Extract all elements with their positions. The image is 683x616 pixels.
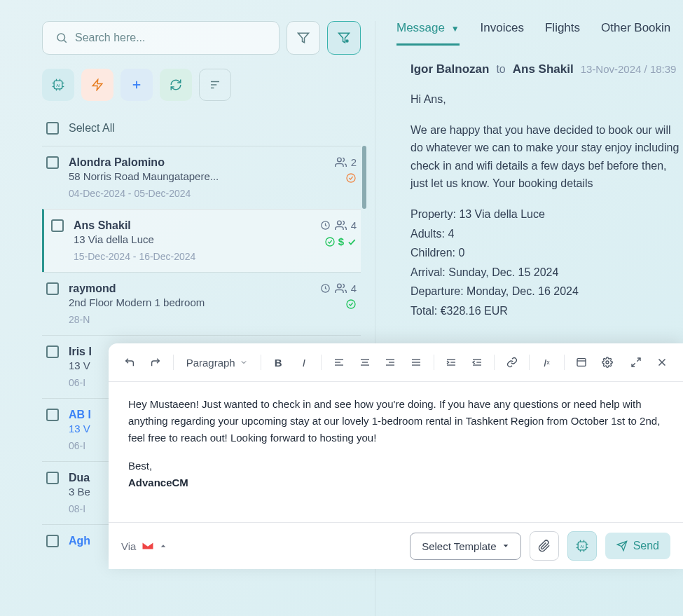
close-composer-button[interactable] — [650, 350, 673, 374]
align-right-button[interactable] — [379, 350, 402, 374]
svg-marker-15 — [92, 80, 102, 90]
ai-compose-button[interactable]: AI — [567, 531, 597, 561]
row-dates: 28-N — [69, 314, 310, 325]
svg-point-25 — [326, 238, 334, 246]
svg-rect-47 — [577, 359, 586, 367]
sort-tool-button[interactable] — [199, 69, 231, 101]
add-tool-button[interactable] — [120, 69, 153, 101]
caret-up-icon — [160, 542, 167, 549]
message-from: Igor Balnozan — [411, 62, 489, 76]
indent-button[interactable] — [440, 350, 463, 374]
list-item[interactable]: Ans Shakil 13 Via della Luce 15-Dec-2024… — [42, 209, 361, 272]
undo-button[interactable] — [118, 350, 142, 374]
clear-format-button[interactable]: Ix — [535, 350, 558, 374]
paperclip-icon — [538, 540, 551, 552]
sort-icon — [209, 78, 221, 91]
tab-message[interactable]: Message ▼ — [396, 21, 460, 46]
plus-icon — [130, 78, 143, 91]
row-checkbox[interactable] — [46, 472, 59, 484]
format-select[interactable]: Paragraph — [179, 353, 255, 373]
italic-button[interactable]: I — [292, 350, 315, 374]
expand-icon — [630, 357, 642, 368]
composer-text: Hey Mustaeen! Just wanted to check in an… — [128, 396, 663, 446]
list-item[interactable]: Alondra Palomino 58 Norris Road Maungata… — [42, 146, 361, 209]
caret-down-icon: ▼ — [451, 24, 460, 34]
svg-marker-2 — [298, 33, 309, 43]
row-checkbox[interactable] — [46, 282, 59, 295]
check-circle-icon — [345, 299, 357, 310]
tabs: Message ▼InvoicesFlightsOther Bookin — [396, 21, 683, 46]
funnel-icon — [297, 32, 310, 44]
svg-point-21 — [337, 158, 341, 162]
send-button[interactable]: Send — [605, 533, 670, 559]
svg-point-24 — [337, 221, 341, 225]
bolt-tool-button[interactable] — [81, 69, 113, 101]
clock-icon — [320, 220, 331, 231]
bold-button[interactable]: B — [267, 350, 290, 374]
svg-marker-54 — [161, 545, 166, 547]
svg-line-50 — [637, 358, 640, 362]
composer-closing: Best, — [128, 460, 152, 472]
redo-button[interactable] — [144, 350, 167, 374]
attach-button[interactable] — [530, 531, 559, 561]
search-placeholder: Search here... — [75, 32, 146, 44]
row-sub: 13 Via della Luce — [74, 233, 310, 245]
ai-chip-icon: AI — [575, 539, 589, 553]
row-checkbox[interactable] — [46, 345, 59, 358]
message-greeting: Hi Ans, — [411, 90, 683, 109]
send-icon — [616, 540, 628, 552]
tab-other-bookin[interactable]: Other Bookin — [601, 21, 670, 46]
media-icon — [576, 357, 587, 368]
row-checkbox[interactable] — [51, 219, 64, 232]
filter-button[interactable] — [287, 21, 320, 55]
expand-button[interactable] — [624, 350, 647, 374]
settings-button[interactable] — [596, 350, 619, 374]
tab-invoices[interactable]: Invoices — [481, 21, 524, 46]
filter-alt-button[interactable] — [327, 21, 361, 55]
composer-body[interactable]: Hey Mustaeen! Just wanted to check in an… — [109, 382, 683, 522]
search-icon — [55, 32, 68, 44]
scrollbar-thumb[interactable] — [362, 146, 366, 209]
message-paragraph: We are happy that you have decided to bo… — [411, 121, 683, 193]
editor-toolbar: Paragraph B I Ix — [109, 343, 683, 382]
ai-tool-button[interactable]: AI — [42, 69, 74, 101]
row-sub: 58 Norris Road Maungatapere... — [69, 170, 325, 182]
select-all-label: Select All — [69, 122, 115, 135]
align-justify-button[interactable] — [405, 350, 428, 374]
select-template-button[interactable]: Select Template — [410, 533, 520, 560]
message-to-label: to — [496, 63, 505, 76]
row-checkbox[interactable] — [46, 409, 59, 421]
svg-line-51 — [632, 363, 635, 367]
select-all-checkbox[interactable] — [46, 122, 59, 135]
align-left-icon — [333, 357, 345, 368]
tab-flights[interactable]: Flights — [545, 21, 580, 46]
align-center-button[interactable] — [353, 350, 376, 374]
svg-point-0 — [57, 34, 65, 41]
search-input[interactable]: Search here... — [42, 21, 280, 55]
undo-icon — [124, 357, 135, 368]
chevron-down-icon — [240, 358, 248, 367]
svg-text:AI: AI — [580, 545, 584, 549]
link-button[interactable] — [500, 350, 523, 374]
row-checkbox[interactable] — [46, 156, 59, 169]
svg-point-27 — [337, 284, 341, 288]
via-selector[interactable]: Via — [121, 540, 167, 552]
row-count: 4 — [351, 219, 357, 231]
media-button[interactable] — [570, 350, 593, 374]
ai-chip-icon: AI — [51, 78, 65, 92]
list-item[interactable]: raymond 2nd Floor Modern 1 bedroom 28-N … — [42, 272, 361, 335]
outdent-button[interactable] — [465, 350, 488, 374]
check-circle-icon — [345, 172, 357, 184]
svg-point-22 — [347, 174, 355, 182]
refresh-tool-button[interactable] — [160, 69, 192, 101]
row-count: 2 — [351, 156, 357, 168]
row-name: raymond — [69, 282, 310, 295]
dollar-icon: $ — [338, 235, 344, 247]
refresh-icon — [170, 78, 182, 91]
people-icon — [335, 156, 347, 168]
row-sub: 2nd Floor Modern 1 bedroom — [69, 296, 310, 308]
caret-down-icon — [502, 542, 509, 549]
row-checkbox[interactable] — [46, 535, 59, 547]
align-left-button[interactable] — [327, 350, 350, 374]
close-icon — [656, 356, 668, 369]
